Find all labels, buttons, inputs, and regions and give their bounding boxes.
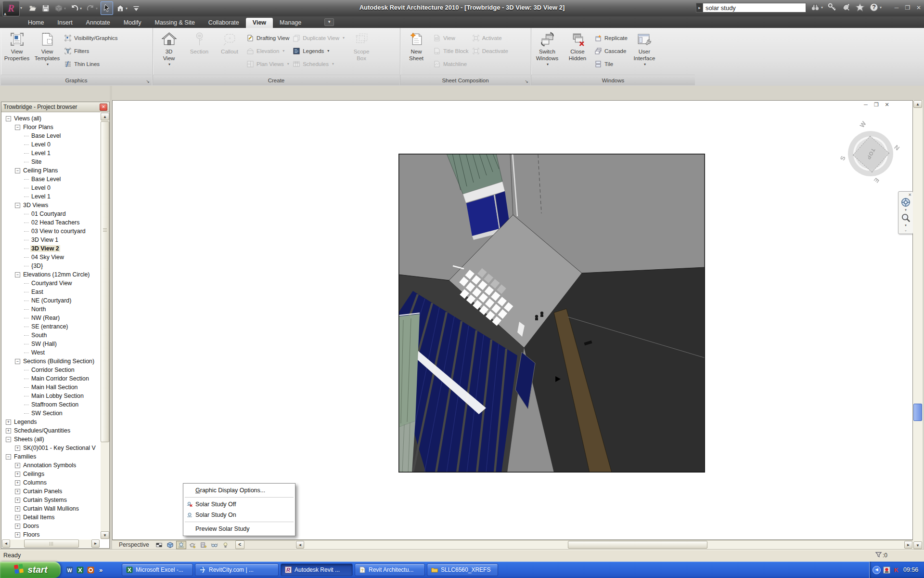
tree-item-views-all-[interactable]: −Views (all) bbox=[2, 114, 100, 123]
viewcube-east[interactable]: E bbox=[873, 176, 881, 184]
collapse-icon[interactable]: − bbox=[15, 125, 20, 130]
tree-item-level-0[interactable]: Level 0 bbox=[2, 140, 100, 149]
mdi-close-icon[interactable]: ✕ bbox=[884, 102, 890, 108]
drawing-vertical-scrollbar[interactable]: ▲ ▼ bbox=[913, 100, 923, 549]
tree-item-sk-0-001-key-sectional-v[interactable]: +SK(0)001 - Key Sectional V bbox=[2, 444, 100, 452]
steering-wheel-icon[interactable] bbox=[900, 197, 911, 208]
expand-icon[interactable]: + bbox=[6, 428, 11, 434]
tree-item-doors[interactable]: +Doors bbox=[2, 522, 100, 530]
reveal-hidden-icon[interactable] bbox=[220, 541, 231, 549]
expand-icon[interactable]: + bbox=[15, 515, 20, 520]
tree-item-base-level[interactable]: Base Level bbox=[2, 131, 100, 140]
zoom-dropdown-icon[interactable]: ▾ bbox=[905, 223, 907, 227]
tree-item-ceilings[interactable]: +Ceilings bbox=[2, 470, 100, 478]
expand-icon[interactable]: + bbox=[15, 532, 20, 538]
collapse-icon[interactable]: − bbox=[6, 437, 11, 442]
tree-item-02-head-teachers[interactable]: 02 Head Teachers bbox=[2, 218, 100, 227]
scrollbar-thumb[interactable] bbox=[24, 539, 79, 548]
expand-icon[interactable]: + bbox=[15, 472, 20, 477]
default-3d-view-icon[interactable]: ▾ bbox=[115, 2, 129, 14]
tree-item-3d-view-1[interactable]: 3D View 1 bbox=[2, 236, 100, 244]
outlook-icon[interactable] bbox=[87, 566, 95, 574]
tree-item-level-0[interactable]: Level 0 bbox=[2, 184, 100, 192]
search-icon[interactable]: ▾ bbox=[810, 2, 823, 12]
menu-item-graphic-display-options-[interactable]: Graphic Display Options... bbox=[184, 485, 295, 496]
recorder-tray-icon[interactable] bbox=[883, 566, 890, 574]
tree-item-curtain-panels[interactable]: +Curtain Panels bbox=[2, 487, 100, 496]
tree-item-04-sky-view[interactable]: 04 Sky View bbox=[2, 253, 100, 262]
tree-item-floor-plans[interactable]: −Floor Plans bbox=[2, 123, 100, 131]
menu-item-solar-study-on[interactable]: Solar Study On bbox=[184, 510, 295, 520]
view-templates-button[interactable]: View Templates▾ bbox=[34, 30, 61, 67]
save-icon[interactable] bbox=[40, 2, 51, 14]
start-button[interactable]: start bbox=[0, 562, 61, 578]
zoom-tool-icon[interactable] bbox=[900, 212, 911, 223]
revit-logo-icon[interactable]: RA bbox=[2, 1, 20, 16]
tree-item-floors[interactable]: +Floors bbox=[2, 530, 100, 539]
search-history-icon[interactable]: ▸ bbox=[696, 3, 703, 13]
tree-item-nw-rear-[interactable]: NW (Rear) bbox=[2, 314, 100, 322]
thin-lines-button[interactable]: Thin Lines bbox=[64, 60, 118, 68]
tree-item-sw-section[interactable]: SW Section bbox=[2, 409, 100, 418]
tree-item-curtain-wall-mullions[interactable]: +Curtain Wall Mullions bbox=[2, 504, 100, 513]
tree-item-sections-building-section-[interactable]: −Sections (Building Section) bbox=[2, 357, 100, 366]
tree-item-staffroom-section[interactable]: Staffroom Section bbox=[2, 400, 100, 409]
tree-item-columns[interactable]: +Columns bbox=[2, 478, 100, 487]
expand-icon[interactable]: + bbox=[15, 498, 20, 503]
collapse-icon[interactable]: − bbox=[6, 454, 11, 460]
quick-launch-overflow-icon[interactable]: » bbox=[99, 566, 103, 574]
browser-horizontal-scrollbar[interactable]: ◄ ► bbox=[2, 539, 100, 548]
open-file-icon[interactable] bbox=[27, 2, 38, 14]
tab-massing-site[interactable]: Massing & Site bbox=[148, 18, 201, 28]
subscription-center-icon[interactable] bbox=[827, 2, 837, 12]
tree-item-families[interactable]: −Families bbox=[2, 452, 100, 461]
modify-cursor-icon[interactable] bbox=[101, 1, 113, 15]
viewcube-west[interactable]: W bbox=[858, 120, 867, 129]
taskbar-button-revit-architectu-[interactable]: ?Revit Architectu... bbox=[355, 564, 425, 576]
scroll-down-icon[interactable]: ▼ bbox=[913, 541, 922, 549]
collapse-bar-icon[interactable]: < bbox=[235, 540, 244, 549]
tree-item-courtyard-view[interactable]: Courtyard View bbox=[2, 279, 100, 288]
close-icon[interactable]: ✕ bbox=[100, 104, 107, 111]
3d-view-button[interactable]: 3D View▾ bbox=[155, 30, 182, 67]
panel-launcher-icon[interactable]: ↘ bbox=[146, 79, 150, 84]
toolbar-options-icon[interactable] bbox=[130, 2, 142, 14]
scroll-up-icon[interactable]: ▲ bbox=[101, 113, 109, 120]
word-icon[interactable]: W bbox=[65, 566, 74, 574]
help-icon[interactable]: ?▾ bbox=[869, 2, 882, 12]
tree-item-east[interactable]: East bbox=[2, 288, 100, 296]
menu-item-preview-solar-study[interactable]: Preview Solar Study bbox=[184, 524, 295, 534]
tree-item-sheets-all-[interactable]: −Sheets (all) bbox=[2, 435, 100, 444]
search-input[interactable] bbox=[703, 3, 806, 13]
tree-item-corridor-section[interactable]: Corridor Section bbox=[2, 366, 100, 374]
tree-item-ceiling-plans[interactable]: −Ceiling Plans bbox=[2, 166, 100, 175]
tree-item-site[interactable]: Site bbox=[2, 158, 100, 166]
shadows-icon[interactable] bbox=[176, 541, 186, 549]
excel-icon[interactable] bbox=[76, 566, 84, 574]
tab-modify[interactable]: Modify bbox=[117, 18, 148, 28]
collapse-icon[interactable]: − bbox=[15, 203, 20, 208]
tree-item-main-lobby-section[interactable]: Main Lobby Section bbox=[2, 392, 100, 400]
dropdown-icon[interactable]: ▾ bbox=[126, 6, 128, 11]
antivirus-tray-icon[interactable]: K bbox=[893, 566, 900, 574]
browser-vertical-scrollbar[interactable]: ▲ ▼ bbox=[101, 113, 109, 539]
expand-icon[interactable]: + bbox=[15, 480, 20, 486]
tree-item-03-view-to-courtyard[interactable]: 03 View to courtyard bbox=[2, 227, 100, 236]
dropdown-icon[interactable]: ▾ bbox=[64, 6, 66, 11]
taskbar-button-autodesk-revit-[interactable]: RAutodesk Revit ... bbox=[281, 564, 353, 576]
tree-item-north[interactable]: North bbox=[2, 305, 100, 314]
close-hidden-button[interactable]: Close Hidden bbox=[564, 30, 591, 62]
scale-icon[interactable] bbox=[154, 541, 164, 549]
expand-icon[interactable]: + bbox=[15, 446, 20, 451]
dropdown-icon[interactable]: ▾ bbox=[96, 6, 98, 11]
tree-item-level-1[interactable]: Level 1 bbox=[2, 149, 100, 158]
tree-item-south[interactable]: South bbox=[2, 331, 100, 340]
collapse-icon[interactable]: − bbox=[15, 359, 20, 364]
tree-item-base-level[interactable]: Base Level bbox=[2, 175, 100, 184]
collapse-icon[interactable]: − bbox=[6, 116, 11, 121]
tree-item-schedules-quantities[interactable]: +Schedules/Quantities bbox=[2, 426, 100, 435]
viewcube-south[interactable]: S bbox=[839, 155, 847, 161]
collapse-icon[interactable]: − bbox=[15, 272, 20, 277]
legends-button[interactable]: Legends▾ bbox=[293, 47, 345, 55]
expand-icon[interactable]: + bbox=[15, 506, 20, 512]
